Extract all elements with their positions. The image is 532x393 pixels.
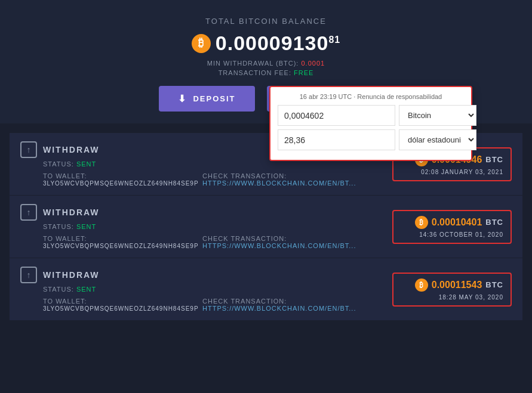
- tx-status-value-1: Sent: [76, 223, 96, 230]
- deposit-icon: ⬇: [178, 93, 187, 104]
- fee-info: Transaction fee: FREE: [12, 69, 520, 76]
- transaction-row: ↑ WITHDRAW Status: Sent To wallet: 3LYo5…: [10, 196, 522, 258]
- tx-amount-row-2: ₿ 0.00011543 BTC: [401, 278, 503, 292]
- converter-btc-select[interactable]: Bitcoin: [399, 105, 476, 126]
- btc-icon-large: ₿: [192, 34, 211, 53]
- tx-title-row-2: ↑ WITHDRAW: [20, 267, 392, 283]
- tx-up-icon-2: ↑: [20, 267, 37, 283]
- tx-status-1: Status: Sent: [43, 223, 392, 230]
- tx-date-2: 18:28 May 03, 2020: [401, 294, 503, 301]
- btc-icon-small-2: ₿: [415, 278, 428, 292]
- balance-number: 0.0000913081: [216, 32, 340, 55]
- tx-date-0: 02:08 January 03, 2021: [401, 169, 503, 175]
- tx-title-1: WITHDRAW: [43, 208, 100, 217]
- tx-currency-1: BTC: [485, 218, 503, 227]
- balance-amount-row: ₿ 0.0000913081: [12, 32, 520, 55]
- tx-currency-0: BTC: [485, 155, 503, 164]
- withdrawal-min: 0.0001: [302, 60, 325, 67]
- main-container: Total Bitcoin balance ₿ 0.0000913081 Min…: [0, 0, 532, 330]
- tx-title-0: WITHDRAW: [43, 145, 100, 154]
- tx-left-2: ↑ WITHDRAW Status: Sent To wallet: 3LYo5…: [20, 267, 392, 312]
- tx-up-icon-0: ↑: [20, 141, 37, 158]
- tx-left-1: ↑ WITHDRAW Status: Sent To wallet: 3LYo5…: [20, 204, 392, 249]
- converter-usd-select[interactable]: dólar estadounidens: [399, 129, 476, 150]
- tx-right-1: ₿ 0.00010401 BTC 14:36 October 01, 2020: [392, 210, 512, 244]
- tx-status-0: Status: Sent: [43, 160, 392, 168]
- tx-link-0[interactable]: HTTPS://WWW.BLOCKCHAIN.COM/EN/BT...: [202, 180, 356, 187]
- converter-row-btc: Bitcoin: [278, 105, 464, 126]
- balance-title: Total Bitcoin balance: [12, 17, 520, 26]
- tx-bottom-row-0: To wallet: 3LYo5WcVBqPmsqe6WneOzLz649Nh8…: [20, 170, 392, 187]
- converter-row-usd: dólar estadounidens: [278, 129, 464, 150]
- tx-link-2[interactable]: HTTPS://WWW.BLOCKCHAIN.COM/EN/BT...: [202, 305, 356, 312]
- tx-wallet-2: To wallet: 3LYo5WcVBqPmsqe6WneOzLz649Nh8…: [43, 298, 202, 312]
- converter-popup: 16 abr 23:19 UTC · Renuncia de responsab…: [269, 86, 472, 161]
- tx-status-value-2: Sent: [76, 286, 96, 293]
- tx-status-value-0: Sent: [76, 160, 96, 168]
- tx-currency-2: BTC: [485, 280, 503, 289]
- fee-value: FREE: [294, 69, 313, 76]
- tx-date-1: 14:36 October 01, 2020: [401, 231, 503, 238]
- withdrawal-info: Min withdrawal (BTC): 0.0001: [12, 60, 520, 67]
- tx-amount-row-1: ₿ 0.00010401 BTC: [401, 216, 503, 229]
- tx-wallet-0: To wallet: 3LYo5WcVBqPmsqe6WneOzLz649Nh8…: [43, 172, 202, 187]
- tx-wallet-addr-2: 3LYo5WcVBqPmsqe6WneOzLz649Nh84sE9p: [43, 305, 199, 312]
- tx-check-2: Check transaction: HTTPS://WWW.BLOCKCHAI…: [202, 298, 392, 312]
- btc-icon-small-1: ₿: [415, 216, 428, 229]
- transaction-row: ↑ WITHDRAW Status: Sent To wallet: 3LYo5…: [10, 258, 522, 321]
- tx-wallet-1: To wallet: 3LYo5WcVBqPmsqe6WneOzLz649Nh8…: [43, 235, 202, 249]
- tx-wallet-addr-0: 3LYo5WcVBqPmsqe6WneOzLz649Nh84sE9p: [43, 180, 199, 187]
- tx-link-1[interactable]: HTTPS://WWW.BLOCKCHAIN.COM/EN/BT...: [202, 242, 356, 249]
- converter-btc-input[interactable]: [278, 105, 395, 126]
- tx-check-0: Check transaction: HTTPS://WWW.BLOCKCHAI…: [202, 172, 392, 187]
- tx-right-2: ₿ 0.00011543 BTC 18:28 May 03, 2020: [392, 273, 512, 307]
- deposit-button[interactable]: ⬇ DEPOSIT: [159, 86, 254, 112]
- tx-bottom-row-2: To wallet: 3LYo5WcVBqPmsqe6WneOzLz649Nh8…: [20, 295, 392, 312]
- tx-check-1: Check transaction: HTTPS://WWW.BLOCKCHAI…: [202, 235, 392, 249]
- tx-title-2: WITHDRAW: [43, 270, 100, 280]
- converter-usd-input[interactable]: [278, 129, 395, 150]
- tx-wallet-addr-1: 3LYo5WcVBqPmsqe6WneOzLz649Nh84sE9p: [43, 243, 199, 249]
- tx-up-icon-1: ↑: [20, 204, 37, 221]
- tx-bottom-row-1: To wallet: 3LYo5WcVBqPmsqe6WneOzLz649Nh8…: [20, 233, 392, 249]
- tx-title-row-1: ↑ WITHDRAW: [20, 204, 392, 221]
- tx-amount-2: 0.00011543: [432, 280, 482, 290]
- tx-amount-1: 0.00010401: [432, 217, 482, 228]
- converter-header: 16 abr 23:19 UTC · Renuncia de responsab…: [278, 93, 464, 100]
- balance-section: Total Bitcoin balance ₿ 0.0000913081 Min…: [0, 0, 532, 123]
- buttons-row: ⬇ DEPOSIT ⬆ WITHDRAW 16 abr 23:19 UTC · …: [12, 86, 520, 112]
- tx-status-2: Status: Sent: [43, 286, 392, 293]
